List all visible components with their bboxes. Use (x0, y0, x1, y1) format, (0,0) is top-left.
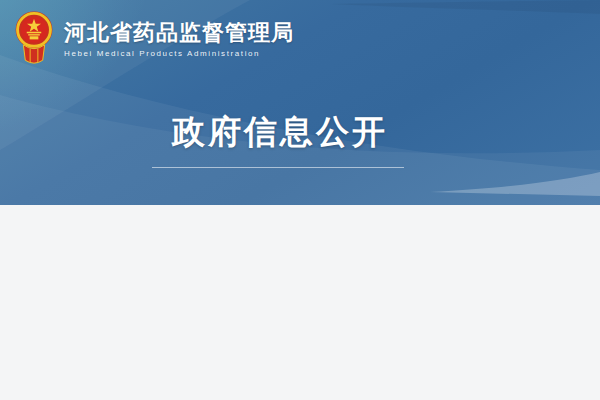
page-title-underline (152, 167, 404, 168)
site-title-block: 河北省药品监督管理局 Hebei Medical Products Admini… (64, 20, 294, 57)
site-title-en: Hebei Medical Products Administration (64, 49, 294, 58)
page-title: 政府信息公开 (0, 110, 560, 155)
site-logo[interactable]: 河北省药品监督管理局 Hebei Medical Products Admini… (14, 10, 294, 68)
header-banner: 河北省药品监督管理局 Hebei Medical Products Admini… (0, 0, 600, 205)
page-body: 当前位置： 首页 > 政府信息公开 > 法定主动公开内容 > 政策解读 索引号 … (0, 205, 600, 400)
national-emblem-icon (14, 10, 54, 68)
site-title-zh: 河北省药品监督管理局 (64, 20, 294, 45)
